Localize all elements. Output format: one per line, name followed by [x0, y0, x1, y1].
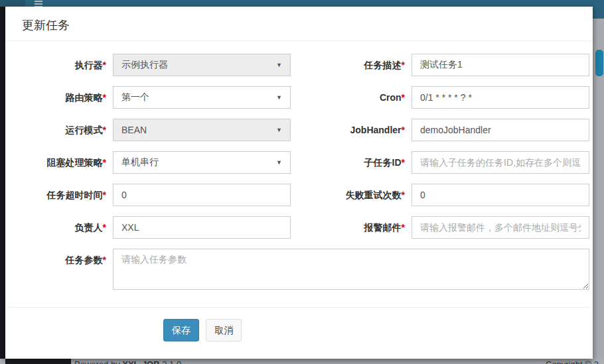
job-handler-label: JobHandler* — [291, 119, 412, 141]
powered-by-text: Powered by XXL-JOB 2.1.0 — [74, 359, 181, 364]
powered-prefix: Powered by — [74, 359, 122, 364]
form-divider — [9, 307, 589, 308]
required-asterisk: * — [402, 60, 405, 70]
required-asterisk: * — [103, 190, 106, 200]
job-param-label: 任务参数* — [5, 249, 113, 290]
child-job-id-label: 子任务ID* — [291, 151, 412, 174]
required-asterisk: * — [402, 157, 405, 168]
chevron-down-icon: ▼ — [276, 127, 282, 133]
modal-header: 更新任务 — [5, 7, 593, 41]
alarm-email-input[interactable] — [412, 216, 589, 239]
job-param-textarea[interactable] — [113, 249, 589, 290]
required-asterisk: * — [103, 255, 106, 265]
cron-input[interactable] — [412, 86, 589, 109]
required-asterisk: * — [402, 92, 405, 103]
required-asterisk: * — [103, 60, 106, 70]
update-job-modal: 更新任务 执行器* 示例执行器 ▼ 任务描述* 路由策略* 第一个 ▼ — [5, 7, 593, 359]
timeout-input[interactable] — [113, 184, 291, 206]
scrollbar-thumb[interactable] — [595, 50, 603, 76]
version-text: 2.1.0 — [162, 359, 181, 364]
cron-label: Cron* — [291, 86, 412, 109]
run-mode-selected-value: BEAN — [121, 125, 147, 135]
route-strategy-label: 路由策略* — [5, 86, 113, 109]
save-button[interactable]: 保存 — [163, 319, 199, 341]
required-asterisk: * — [103, 125, 106, 135]
copyright-text: Copyright © 2 — [546, 359, 599, 364]
fail-retry-input[interactable] — [412, 184, 589, 206]
block-strategy-label: 阻塞处理策略* — [5, 151, 113, 174]
alarm-email-label: 报警邮件* — [291, 216, 412, 239]
block-strategy-select[interactable]: 单机串行 ▼ — [113, 151, 291, 174]
required-asterisk: * — [103, 92, 106, 103]
executor-label: 执行器* — [5, 54, 113, 76]
modal-title: 更新任务 — [22, 17, 576, 33]
job-desc-label: 任务描述* — [291, 54, 412, 76]
sidebar-edge — [0, 7, 5, 364]
required-asterisk: * — [402, 125, 405, 135]
page-footer: Powered by XXL-JOB 2.1.0 Copyright © 2 — [0, 359, 604, 364]
scrollbar-track[interactable] — [593, 19, 604, 364]
sidebar-footer-block — [5, 359, 71, 364]
required-asterisk: * — [402, 222, 405, 233]
required-asterisk: * — [103, 157, 106, 168]
chevron-down-icon: ▼ — [276, 159, 282, 166]
fail-retry-label: 失败重试次数* — [291, 184, 412, 206]
block-strategy-selected-value: 单机串行 — [121, 156, 159, 168]
author-label: 负责人* — [5, 216, 113, 239]
executor-selected-value: 示例执行器 — [121, 59, 168, 71]
chevron-down-icon: ▼ — [276, 62, 282, 68]
run-mode-select[interactable]: BEAN ▼ — [113, 119, 291, 141]
job-handler-input[interactable] — [412, 119, 589, 141]
route-strategy-select[interactable]: 第一个 ▼ — [113, 86, 291, 109]
cancel-button[interactable]: 取消 — [206, 319, 242, 341]
update-job-form: 执行器* 示例执行器 ▼ 任务描述* 路由策略* 第一个 ▼ Cron* — [5, 41, 593, 341]
author-input[interactable] — [113, 216, 291, 239]
route-strategy-selected-value: 第一个 — [121, 91, 149, 103]
child-job-id-input[interactable] — [412, 151, 589, 174]
brand-name: XXL-JOB — [122, 359, 159, 364]
run-mode-label: 运行模式* — [5, 119, 113, 141]
required-asterisk: * — [103, 222, 106, 233]
job-desc-input[interactable] — [412, 54, 589, 76]
timeout-label: 任务超时时间* — [5, 184, 113, 206]
executor-select[interactable]: 示例执行器 ▼ — [113, 54, 291, 76]
chevron-down-icon: ▼ — [276, 94, 282, 101]
required-asterisk: * — [402, 190, 405, 200]
